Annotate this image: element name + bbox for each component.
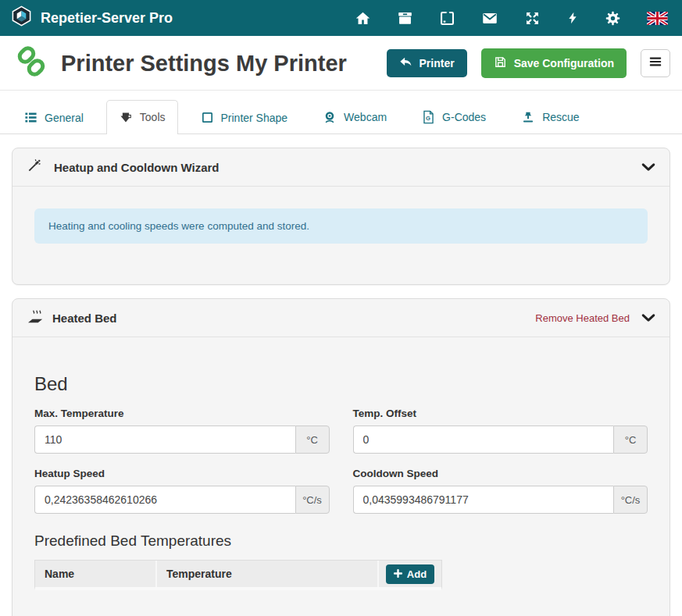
square-outline-icon [201, 111, 214, 124]
save-configuration-button[interactable]: Save Configuration [481, 48, 627, 78]
save-floppy-icon [494, 55, 507, 71]
tab-tools[interactable]: Tools [106, 100, 178, 134]
unit-addon: °C [295, 426, 330, 454]
page-header: Printer Settings My Printer Printer Save… [0, 36, 682, 91]
repetier-logo-icon [11, 5, 32, 30]
temp-offset-input[interactable] [353, 426, 614, 454]
settings-gear-icon[interactable] [605, 10, 621, 27]
unit-addon: °C [613, 426, 648, 454]
cooldown-speed-input[interactable] [353, 486, 614, 514]
column-header-temperature: Temperature [157, 561, 379, 587]
predefined-temperatures-table: Name Temperature Add [34, 560, 442, 590]
home-icon[interactable] [355, 10, 371, 27]
unit-addon: °C/s [295, 486, 330, 514]
temp-offset-field: Temp. Offset °C [353, 395, 648, 454]
back-arrow-icon [399, 56, 412, 70]
wizard-status-alert: Heating and cooling speeds were computed… [34, 208, 648, 244]
tab-printer-shape[interactable]: Printer Shape [188, 101, 301, 134]
predefined-temperatures-title: Predefined Bed Temperatures [34, 532, 648, 550]
messages-icon[interactable] [481, 10, 498, 27]
heated-bed-panel-body: Bed Max. Temperature °C Temp. Offset °C … [12, 373, 670, 616]
hamburger-icon [648, 55, 662, 71]
printer-frame-icon[interactable] [439, 10, 455, 27]
tab-general[interactable]: General [12, 101, 96, 134]
menu-button[interactable] [641, 49, 670, 77]
max-temperature-input[interactable] [34, 426, 295, 454]
heatup-cooldown-wizard-panel: Heatup and Cooldown Wizard Heating and c… [12, 148, 670, 285]
svg-text:G: G [426, 115, 430, 122]
add-temperature-button[interactable]: Add [386, 564, 434, 584]
fullscreen-icon[interactable] [524, 10, 541, 27]
header-actions: Printer Save Configuration [387, 48, 670, 78]
bed-section-title: Bed [34, 373, 648, 395]
tab-gcodes[interactable]: G G-Codes [409, 100, 498, 134]
wizard-panel-body: Heating and cooling speeds were computed… [12, 187, 670, 284]
brand-title: Repetier-Server Pro [41, 10, 173, 27]
printer-button[interactable]: Printer [387, 49, 467, 77]
page-title: Printer Settings My Printer [61, 51, 347, 77]
collapse-chevron-icon[interactable] [641, 313, 655, 322]
heated-bed-icon [27, 308, 45, 327]
column-header-name: Name [35, 561, 157, 587]
bolt-icon[interactable] [566, 9, 579, 27]
brand[interactable]: Repetier-Server Pro [11, 5, 173, 30]
remove-heated-bed-link[interactable]: Remove Heated Bed [535, 312, 630, 324]
heated-bed-panel-title: Heated Bed [52, 312, 117, 325]
gcode-file-icon: G [422, 110, 435, 124]
wizard-panel-title: Heatup and Cooldown Wizard [54, 161, 220, 174]
uk-flag-icon[interactable] [647, 12, 668, 25]
table-header-row: Name Temperature Add [35, 561, 441, 587]
collapse-chevron-icon[interactable] [641, 162, 655, 172]
heatup-speed-label: Heatup Speed [34, 468, 330, 479]
list-icon [24, 111, 37, 124]
top-navbar: Repetier-Server Pro [0, 0, 682, 36]
tab-rescue[interactable]: Rescue [509, 100, 591, 134]
max-temperature-field: Max. Temperature °C [34, 395, 330, 454]
heated-bed-panel: Heated Bed Remove Heated Bed Bed Max. Te… [12, 298, 670, 616]
cooldown-speed-field: Cooldown Speed °C/s [353, 454, 648, 514]
magic-wand-icon [27, 158, 42, 176]
extruder-icon [119, 110, 133, 124]
navbar-icon-group [355, 9, 671, 27]
storage-box-icon[interactable] [397, 10, 413, 27]
cooldown-speed-label: Cooldown Speed [353, 468, 648, 479]
webcam-icon [323, 110, 337, 124]
max-temperature-label: Max. Temperature [34, 408, 330, 419]
wizard-panel-header[interactable]: Heatup and Cooldown Wizard [12, 148, 670, 187]
heatup-speed-input[interactable] [34, 486, 295, 514]
heatup-speed-field: Heatup Speed °C/s [34, 454, 330, 514]
heated-bed-panel-header[interactable]: Heated Bed Remove Heated Bed [12, 299, 670, 337]
link-chain-icon[interactable] [15, 46, 48, 80]
unit-addon: °C/s [613, 486, 648, 514]
plus-icon [394, 568, 402, 580]
temp-offset-label: Temp. Offset [353, 408, 648, 419]
rescue-nozzle-icon [521, 110, 535, 124]
tab-webcam[interactable]: Webcam [310, 100, 399, 134]
settings-tabbar: General Tools Printer Shape Webcam [0, 91, 682, 134]
